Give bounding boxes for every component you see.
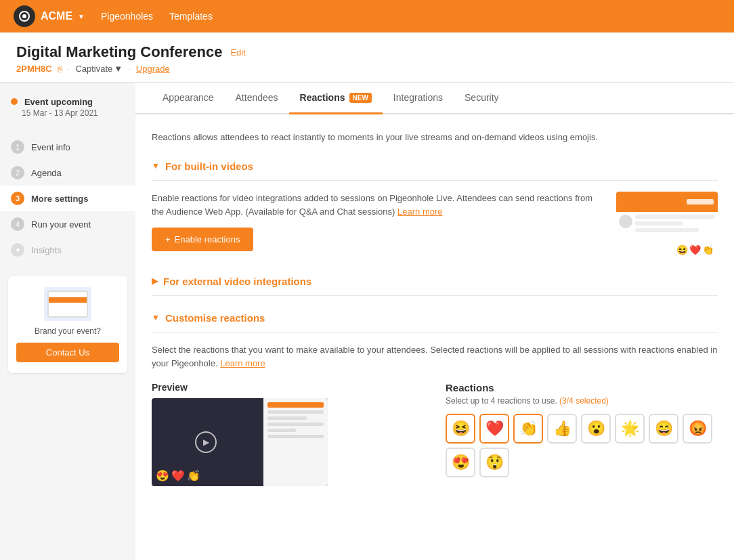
reactions-col: Reactions Select up to 4 reactions to us… — [446, 382, 718, 486]
preview-col: Preview ▶ — [152, 382, 424, 486]
external-video-header[interactable]: ▶ For external video integrations — [152, 276, 718, 296]
emoji-grid: 😆 ❤️ 👏 👍 😮 🌟 😄 😡 😍 😲 — [446, 414, 718, 477]
plan-dropdown[interactable]: Captivate ▼ — [75, 64, 123, 74]
tab-reactions-label: Reactions — [300, 92, 345, 103]
customise-chevron-icon: ▼ — [152, 313, 160, 322]
expand-chevron-icon: ▶ — [152, 276, 158, 286]
sidebar-nav: 1 Event info 2 Agenda 3 More settings 4 … — [0, 134, 135, 263]
emoji-heart-eyes[interactable]: 😍 — [446, 448, 475, 477]
main-layout: Event upcoming 15 Mar - 13 Apr 2021 1 Ev… — [0, 83, 734, 560]
built-in-videos-header[interactable]: ▼ For built-in videos — [152, 160, 718, 181]
step-1-num: 1 — [11, 140, 24, 154]
share-icon[interactable]: ⎘ — [58, 64, 62, 74]
customise-learn-more[interactable]: Learn more — [220, 358, 265, 368]
tab-security-label: Security — [465, 92, 499, 103]
emoji-surprised[interactable]: 😮 — [581, 414, 611, 444]
tab-reactions[interactable]: Reactions NEW — [289, 83, 383, 114]
brand-icon — [44, 287, 91, 321]
plus-icon: + — [165, 234, 171, 244]
sidebar-item-label: More settings — [31, 194, 89, 204]
status-label: Event upcoming — [24, 97, 93, 107]
sidebar-item-label: Agenda — [31, 168, 62, 178]
selected-count: (3/4 selected) — [559, 396, 609, 406]
upgrade-link[interactable]: Upgrade — [136, 64, 170, 74]
emoji-heart[interactable]: ❤️ — [479, 414, 509, 444]
top-nav: ACME ▼ Pigeonholes Templates — [0, 0, 734, 33]
event-header: Digital Marketing Conference Edit 2PMH8C… — [0, 33, 734, 83]
org-logo[interactable]: ACME ▼ — [14, 5, 85, 27]
sidebar-item-event-info[interactable]: 1 Event info — [0, 134, 135, 160]
content-area: Appearance Attendees Reactions NEW Integ… — [135, 83, 734, 560]
tab-integrations-label: Integrations — [393, 92, 443, 103]
built-in-learn-more[interactable]: Learn more — [397, 207, 442, 217]
built-in-videos-section: ▼ For built-in videos Enable reactions f… — [152, 160, 718, 259]
emoji-star[interactable]: 🌟 — [615, 414, 645, 444]
tab-appearance[interactable]: Appearance — [152, 83, 225, 114]
insights-label: Insights — [31, 245, 62, 255]
logo-circle — [14, 5, 35, 27]
emoji-angry[interactable]: 😡 — [683, 414, 712, 444]
brand-card: Brand your event? Contact Us — [8, 276, 127, 373]
tab-security[interactable]: Security — [454, 83, 510, 114]
play-icon: ▶ — [195, 431, 217, 453]
plan-chevron-icon: ▼ — [114, 64, 123, 74]
org-name: ACME — [41, 10, 72, 22]
sidebar-item-run-event[interactable]: 4 Run your event — [0, 211, 135, 237]
emoji-grinning[interactable]: 😄 — [649, 414, 678, 444]
preview-label: Preview — [152, 382, 424, 393]
intro-text: Reactions allows attendees to react inst… — [152, 131, 718, 144]
reactions-preview-area: Preview ▶ — [152, 382, 718, 486]
status-dates: 15 Mar - 13 Apr 2021 — [11, 108, 125, 118]
tab-attendees-label: Attendees — [236, 92, 278, 103]
sidebar-item-more-settings[interactable]: 3 More settings — [0, 186, 135, 211]
preview-video-mock: ▶ 😍❤️👏 — [152, 398, 328, 486]
tabs-bar: Appearance Attendees Reactions NEW Integ… — [135, 83, 734, 114]
reactions-select-hint: Select up to 4 reactions to use. (3/4 se… — [446, 396, 718, 406]
sidebar-item-insights: ✦ Insights — [0, 237, 135, 263]
tab-appearance-label: Appearance — [163, 92, 214, 103]
tab-attendees[interactable]: Attendees — [225, 83, 289, 114]
brand-card-text: Brand your event? — [16, 326, 119, 336]
contact-us-button[interactable]: Contact Us — [16, 343, 119, 362]
tab-integrations[interactable]: Integrations — [383, 83, 454, 114]
emoji-laughing[interactable]: 😆 — [446, 414, 475, 444]
collapse-chevron-icon: ▼ — [152, 161, 160, 171]
customise-header[interactable]: ▼ Customise reactions — [152, 312, 718, 332]
external-title: For external video integrations — [163, 276, 311, 287]
built-in-text: Enable reactions for video integrations … — [152, 192, 600, 220]
plan-label: Captivate — [75, 64, 112, 74]
enable-reactions-button[interactable]: + Enable reactions — [152, 228, 253, 251]
external-video-section: ▶ For external video integrations — [152, 276, 718, 296]
sidebar-item-agenda[interactable]: 2 Agenda — [0, 160, 135, 186]
sidebar: Event upcoming 15 Mar - 13 Apr 2021 1 Ev… — [0, 83, 135, 560]
pigeonholes-link[interactable]: Pigeonholes — [101, 11, 153, 22]
customise-section: ▼ Customise reactions Select the reactio… — [152, 312, 718, 487]
edit-event-link[interactable]: Edit — [230, 47, 245, 58]
customise-title: Customise reactions — [165, 312, 265, 324]
built-in-title: For built-in videos — [165, 160, 253, 172]
step-2-num: 2 — [11, 166, 24, 179]
sidebar-item-label: Event info — [31, 142, 70, 152]
customise-body-text: Select the reactions that you want to ma… — [152, 343, 718, 372]
step-3-num: 3 — [11, 192, 24, 205]
event-title: Digital Marketing Conference — [16, 43, 222, 61]
svg-point-1 — [22, 14, 26, 18]
reactions-col-header: Reactions — [446, 382, 718, 393]
org-dropdown-arrow[interactable]: ▼ — [78, 13, 85, 20]
emoji-thumbsup[interactable]: 👍 — [547, 414, 577, 444]
preview-emojis: 😆❤️👏 — [676, 244, 714, 255]
event-code: 2PMH8C — [16, 64, 52, 74]
emoji-astonished[interactable]: 😲 — [479, 448, 509, 477]
reactions-tab-content: Reactions allows attendees to react inst… — [135, 114, 734, 519]
video-bottom-emojis: 😍❤️👏 — [156, 469, 200, 482]
sidebar-item-label: Run your event — [31, 219, 91, 230]
event-status: Event upcoming 15 Mar - 13 Apr 2021 — [0, 96, 135, 129]
new-badge: NEW — [349, 93, 372, 103]
built-in-body: Enable reactions for video integrations … — [152, 192, 718, 259]
built-in-preview-image: 😆❤️👏 — [616, 192, 718, 259]
emoji-clap[interactable]: 👏 — [513, 414, 543, 444]
status-dot — [11, 98, 18, 105]
step-4-num: 4 — [11, 217, 24, 231]
templates-link[interactable]: Templates — [169, 11, 213, 22]
